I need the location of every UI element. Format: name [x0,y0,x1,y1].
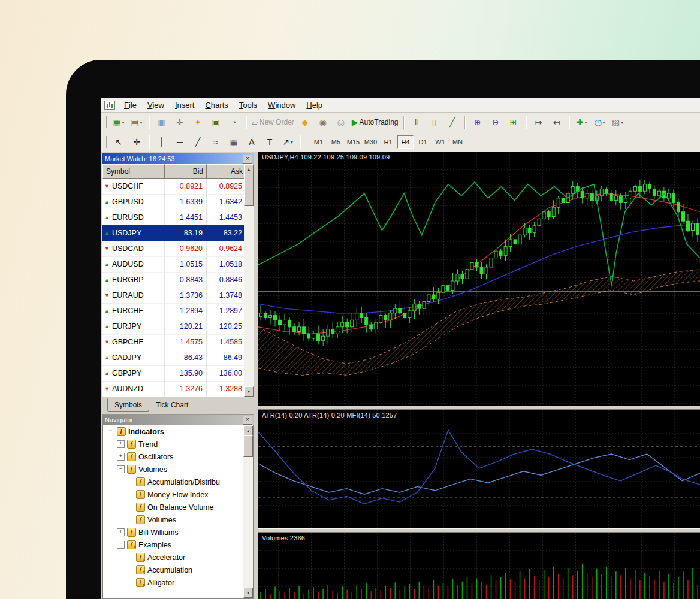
expand-minus-icon[interactable]: − [107,428,114,435]
column-header-symbol[interactable]: Symbol [102,164,165,179]
scroll-thumb[interactable] [243,435,253,457]
indicators-button[interactable]: ✚▾ [573,114,591,130]
equidistant-channel-button[interactable]: ≈ [207,134,225,150]
scroll-down-button[interactable]: ▼ [244,386,254,397]
menu-tools[interactable]: Tools [234,99,262,111]
navigator-scrollbar[interactable]: ▲▼ [243,426,253,598]
toolbar-grip[interactable] [104,136,107,148]
table-row[interactable]: ▼USDCHF0.89210.8925 [102,179,254,194]
main-chart-pane[interactable]: USDJPY,H4 109.22 109.25 109.09 109.09 [258,152,700,406]
table-row[interactable]: ▲AUDUSD1.05151.0518 [102,256,254,272]
tree-item-bill-williams[interactable]: +ƒBill Williams [103,526,253,539]
chart-bars-button[interactable]: ‖ [408,114,426,130]
menu-charts[interactable]: Charts [200,99,233,111]
zoom-out-button[interactable]: ⊖ [487,114,505,130]
tree-item-alligator[interactable]: ƒAlligator [103,576,253,589]
scroll-down-button[interactable]: ▼ [243,588,253,598]
close-icon[interactable]: × [243,416,252,425]
table-row[interactable]: ▲EURJPY120.21120.25 [102,319,254,334]
tab-symbols[interactable]: Symbols [107,398,149,412]
table-row[interactable]: ▼USDCAD0.96200.9624 [102,241,254,256]
timeframe-h1[interactable]: H1 [380,135,396,149]
tree-item-accumulation[interactable]: ƒAccumulation [103,564,253,576]
metaeditor-button[interactable]: ◆ [296,114,314,130]
toolbar-grip[interactable] [104,116,107,128]
timeframe-mn[interactable]: MN [449,135,466,149]
menu-view[interactable]: View [142,99,170,111]
volumes-pane[interactable]: Volumes 2366 [258,533,700,599]
timeframe-m30[interactable]: M30 [363,135,379,149]
table-row[interactable]: ▲GBPJPY135.90136.00 [102,365,254,381]
tree-item-accelerator[interactable]: ƒAccelerator [103,551,253,564]
pane-splitter[interactable] [258,528,700,533]
terminal-button[interactable]: ▣ [207,114,225,130]
data-window-button[interactable]: ✛ [171,114,189,130]
tree-item-volumes[interactable]: ƒVolumes [103,513,253,526]
market-watch-titlebar[interactable]: Market Watch: 16:24:53 × [102,153,254,164]
table-row[interactable]: ▲CADJPY86.4386.49 [102,350,254,365]
tree-item-indicators[interactable]: −ƒIndicators [103,425,253,438]
close-icon[interactable]: × [243,155,252,164]
chart-line-button[interactable]: ╱ [443,114,461,130]
zoom-in-button[interactable]: ⊕ [469,114,487,130]
menu-file[interactable]: File [119,99,142,111]
tree-item-trend[interactable]: +ƒTrend [103,438,253,450]
timeframe-w1[interactable]: W1 [432,135,448,149]
tree-item-money-flow-index[interactable]: ƒMoney Flow Index [103,488,253,501]
tab-tick-chart[interactable]: Tick Chart [149,399,195,411]
arrows-button[interactable]: ↗▾ [279,134,297,150]
timeframe-m1[interactable]: M1 [310,135,327,149]
chart-shift-button[interactable]: ↤ [548,114,566,130]
chart-candlesticks-button[interactable]: ▯ [426,114,443,130]
experts-button[interactable]: ◉ [314,114,332,130]
strategy-tester-button[interactable]: ◔ [225,114,243,130]
menu-insert[interactable]: Insert [170,99,200,111]
tile-windows-button[interactable]: ⊞ [505,114,523,130]
atr-indicator-pane[interactable]: ATR(14) 0.20 ATR(14) 0.20 MFI(14) 50.125… [258,410,700,528]
table-row[interactable]: ▲EURUSD1.44511.4453 [102,210,254,225]
atr-canvas[interactable] [258,410,700,528]
expand-minus-icon[interactable]: − [117,541,125,549]
scroll-thumb[interactable] [244,174,254,206]
market-watch-scrollbar[interactable]: ▲▼ [244,164,254,397]
templates-button[interactable]: ▨▾ [609,114,627,130]
menu-window[interactable]: Window [262,99,301,111]
tree-item-oscillators[interactable]: +ƒOscillators [103,450,253,463]
volumes-canvas[interactable] [258,533,700,599]
trendline-button[interactable]: ╱ [189,134,207,150]
column-header-bid[interactable]: Bid [165,164,207,179]
table-row[interactable]: ▲USDJPY83.1983.22 [102,225,254,241]
fibonacci-button[interactable]: ▦ [225,134,243,150]
cursor-button[interactable]: ↖ [110,134,128,150]
expand-plus-icon[interactable]: + [117,440,125,448]
column-header-ask[interactable]: Ask [207,164,246,179]
tree-item-examples[interactable]: −ƒExamples [103,539,253,551]
auto-scroll-button[interactable]: ↦ [530,114,548,130]
timeframe-m15[interactable]: M15 [345,135,361,149]
text-label-button[interactable]: T [261,134,279,150]
expand-plus-icon[interactable]: + [117,453,125,461]
timeframe-h4[interactable]: H4 [397,135,414,149]
timeframe-d1[interactable]: D1 [415,135,431,149]
navigator-titlebar[interactable]: Navigator × [102,415,254,425]
table-row[interactable]: ▲GBPUSD1.63391.6342 [102,194,254,210]
crosshair-button[interactable]: ✛ [128,134,146,150]
table-row[interactable]: ▼AUDNZD1.32761.3288 [102,381,254,397]
main-chart-canvas[interactable] [258,152,700,406]
pane-splitter[interactable] [258,406,700,410]
table-row[interactable]: ▼GBPCHF1.45751.4585 [102,334,254,350]
autotrading-button[interactable]: ▶AutoTrading [350,114,400,130]
market-watch-button[interactable]: ▥ [153,114,171,130]
scroll-up-button[interactable]: ▲ [244,164,254,174]
timeframe-m5[interactable]: M5 [328,135,344,149]
profiles-button[interactable]: ▤▾ [128,114,146,130]
periods-button[interactable]: ◷▾ [591,114,609,130]
expand-plus-icon[interactable]: + [117,528,125,536]
horizontal-line-button[interactable]: ─ [171,134,189,150]
new-order-button[interactable]: ▱New Order [250,114,296,130]
expand-minus-icon[interactable]: − [117,465,125,473]
scroll-up-button[interactable]: ▲ [243,426,253,436]
table-row[interactable]: ▲EURGBP0.88430.8846 [102,272,254,288]
tree-item-volumes[interactable]: −ƒVolumes [103,463,253,476]
table-row[interactable]: ▼EURAUD1.37361.3748 [102,288,254,303]
